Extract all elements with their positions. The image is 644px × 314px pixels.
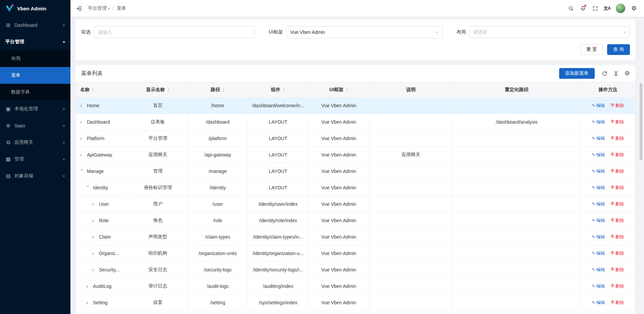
cell-display-name: 管理 (128, 163, 188, 180)
column-header-ui-framework[interactable]: UI框架▲▼ (309, 82, 369, 98)
delete-link[interactable]: 删除 (610, 103, 624, 109)
delete-link[interactable]: 删除 (610, 217, 624, 224)
delete-link[interactable]: 删除 (610, 135, 624, 141)
delete-link[interactable]: 删除 (610, 283, 624, 289)
expand-row-icon[interactable]: › (92, 251, 97, 256)
table-row[interactable]: ›Identity身份标识管理/identityLAYOUTVue Vben A… (76, 180, 635, 196)
sidebar-item-storage[interactable]: ▤对象存储∨ (0, 168, 70, 184)
sidebar-item-menu[interactable]: 菜单 (0, 67, 70, 84)
notification-bell-icon[interactable] (578, 3, 588, 14)
settings-gear-icon[interactable]: ⚙ (629, 3, 639, 14)
sort-icons[interactable]: ▲▼ (222, 87, 225, 92)
layout-select[interactable]: 请选择 ∨ (469, 26, 630, 38)
expand-row-icon[interactable]: › (86, 284, 91, 289)
topbar: 平台管理 ∨ / 菜单 文A (70, 0, 644, 17)
edit-link[interactable]: ✎编辑 (592, 103, 605, 109)
search-button[interactable]: 查 询 (607, 44, 630, 55)
sidebar-item-label: 平台管理 (5, 39, 24, 45)
sidebar-item-saas[interactable]: ⊕Saas∨ (0, 117, 70, 134)
sidebar-item-dashboard[interactable]: ⊞Dashboard∨ (0, 17, 70, 34)
scrollbar-thumb[interactable] (640, 83, 642, 160)
delete-link[interactable]: 删除 (610, 234, 624, 240)
sort-icons[interactable]: ▲▼ (346, 87, 348, 92)
expand-row-icon[interactable]: › (80, 152, 85, 157)
edit-link[interactable]: ✎编辑 (592, 234, 605, 240)
table-row[interactable]: ›Manage管理/manageLAYOUTVue Vben Admin✎编辑删… (76, 163, 635, 180)
edit-link[interactable]: ✎编辑 (592, 201, 605, 207)
search-icon[interactable] (566, 3, 576, 14)
table-row[interactable]: ›Platform平台管理/platformLAYOUTVue Vben Adm… (76, 130, 635, 147)
sidebar-item-localization[interactable]: ▣本地化管理∨ (0, 101, 70, 117)
edit-link[interactable]: ✎编辑 (592, 267, 605, 273)
avatar[interactable] (616, 4, 625, 13)
edit-link[interactable]: ✎编辑 (592, 300, 605, 306)
sidebar-item-gateway[interactable]: ⧉应用网关∨ (0, 134, 70, 151)
column-settings-icon[interactable]: ⚙ (625, 70, 630, 76)
edit-link[interactable]: ✎编辑 (592, 135, 605, 141)
app-logo[interactable]: Vben Admin (0, 0, 70, 17)
translate-icon[interactable]: 文A (602, 3, 612, 14)
cell-redirect (453, 278, 581, 295)
sidebar-item-platform[interactable]: 平台管理∧ (0, 34, 70, 50)
delete-link[interactable]: 删除 (610, 201, 624, 207)
column-header-display-name[interactable]: 显示名称▲▼ (128, 82, 188, 98)
sidebar-item-dictionary[interactable]: 数据字典 (0, 84, 70, 101)
delete-link[interactable]: 删除 (610, 250, 624, 256)
cell-redirect: /dashboard/analysis (453, 114, 581, 130)
expand-row-icon[interactable]: › (92, 201, 97, 206)
table-row[interactable]: ›Role角色/role/identity/role/indexVue Vben… (76, 212, 635, 229)
expand-row-icon[interactable]: › (92, 218, 97, 223)
sort-icons[interactable]: ▲▼ (92, 87, 94, 92)
delete-link[interactable]: 删除 (610, 267, 624, 273)
table-row[interactable]: ›Setting设置/setting/sys/settings/indexVue… (76, 295, 635, 311)
fullscreen-icon[interactable] (590, 3, 600, 14)
breadcrumb-item-platform[interactable]: 平台管理 ∨ (88, 5, 110, 11)
table-row[interactable]: ›ApiGateway应用网关/api-gatewayLAYOUTVue Vbe… (76, 147, 635, 163)
delete-link[interactable]: 删除 (610, 152, 624, 158)
edit-link[interactable]: ✎编辑 (592, 250, 605, 256)
edit-icon: ✎ (592, 202, 595, 206)
table-row[interactable]: ›Organiz...组织机构/organization-units/ident… (76, 245, 635, 262)
table-row[interactable]: ›User用户/user/identity/user/indexVue Vben… (76, 196, 635, 212)
table-row[interactable]: ›Dashboard仪表板/dashboardLAYOUTVue Vben Ad… (76, 114, 635, 130)
sort-icons[interactable]: ▲▼ (167, 87, 170, 92)
edit-link[interactable]: ✎编辑 (592, 283, 605, 289)
column-header-name[interactable]: 名称▲▼ (76, 82, 128, 98)
refresh-icon[interactable] (602, 71, 607, 76)
column-header-path[interactable]: 路径▲▼ (188, 82, 248, 98)
expand-row-icon[interactable]: › (80, 136, 85, 141)
collapse-row-icon[interactable]: › (86, 185, 91, 190)
column-header-component[interactable]: 组件▲▼ (248, 82, 309, 98)
sidebar-item-layout[interactable]: 布局 (0, 50, 70, 67)
delete-link[interactable]: 删除 (610, 300, 624, 306)
add-menu-button[interactable]: 添加新菜单 (559, 68, 595, 79)
edit-link[interactable]: ✎编辑 (592, 185, 605, 191)
collapse-row-icon[interactable]: › (80, 169, 85, 173)
table-row[interactable]: ›AuditLog审计日志/audit-logs/auditing/indexV… (76, 278, 635, 295)
expand-row-icon[interactable]: › (86, 300, 91, 305)
cell-path: /platform (188, 130, 248, 147)
expand-row-icon[interactable]: › (92, 267, 97, 272)
delete-link[interactable]: 删除 (610, 185, 624, 191)
expand-row-icon[interactable]: › (92, 234, 97, 239)
cell-redirect (453, 229, 581, 245)
table-row[interactable]: ›Home首页/home/dashboard/welcome/in...Vue … (76, 98, 635, 114)
sidebar-item-manage[interactable]: ▦管理∨ (0, 151, 70, 168)
table-row[interactable]: ›Security...安全日志/security-logs/identity/… (76, 262, 635, 278)
table-row[interactable]: ›Claim声明类型/claim-types/identity/claim-ty… (76, 229, 635, 245)
edit-link[interactable]: ✎编辑 (592, 119, 605, 125)
sort-icons[interactable]: ▲▼ (283, 87, 285, 92)
sidebar-collapse-icon[interactable] (74, 3, 85, 14)
expand-row-icon[interactable]: › (80, 103, 85, 108)
reset-button[interactable]: 重 置 (580, 44, 603, 55)
filter-keyword-input[interactable] (94, 26, 255, 38)
ui-framework-select[interactable]: Vue Vben Admin ∨ (286, 26, 442, 38)
edit-link[interactable]: ✎编辑 (592, 168, 605, 174)
delete-link[interactable]: 删除 (610, 119, 624, 125)
expand-row-icon[interactable]: › (80, 119, 85, 124)
row-height-icon[interactable] (613, 71, 619, 76)
delete-icon (610, 300, 614, 305)
delete-link[interactable]: 删除 (610, 168, 624, 174)
edit-link[interactable]: ✎编辑 (592, 217, 605, 224)
edit-link[interactable]: ✎编辑 (592, 152, 605, 158)
